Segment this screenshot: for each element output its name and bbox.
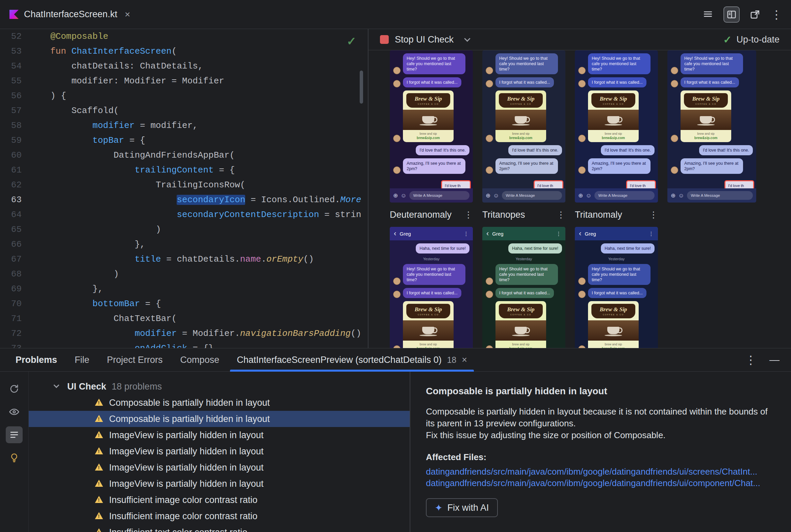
- code-text[interactable]: modifier: Modifier = Modifier: [22, 74, 224, 89]
- code-text[interactable]: },: [22, 282, 103, 297]
- emoji-icon[interactable]: ☺: [401, 193, 406, 198]
- chevron-down-icon[interactable]: [464, 35, 470, 41]
- message-input[interactable]: Write A Message: [687, 191, 753, 200]
- more-icon[interactable]: ⋮: [648, 231, 654, 237]
- message-input[interactable]: Write A Message: [409, 191, 470, 200]
- problem-row[interactable]: ImageView is partially hidden in layout: [29, 427, 410, 443]
- add-icon[interactable]: ⊕: [671, 193, 676, 198]
- problems-group-row[interactable]: UI Check18 problems: [29, 378, 410, 395]
- more-icon[interactable]: ⋮: [649, 210, 658, 220]
- preview-phone[interactable]: ‹Greg⋮Haha, next time for sure!Yesterday…: [575, 227, 658, 348]
- code-line: 60 DatingAndFriendsAppBar(: [0, 148, 368, 163]
- warning-icon: [95, 496, 103, 503]
- tab-problems[interactable]: Problems: [7, 348, 66, 371]
- back-icon[interactable]: ‹: [579, 230, 581, 237]
- refresh-icon[interactable]: [6, 380, 23, 397]
- code-text[interactable]: fun ChatInterfaceScreen(: [22, 44, 177, 59]
- code-line: 72 modifier = Modifier.navigationBarsPad…: [0, 326, 368, 341]
- close-tab-icon[interactable]: ×: [125, 9, 130, 20]
- tab-compose[interactable]: Compose: [171, 348, 228, 371]
- code-text[interactable]: trailingContent = {: [22, 163, 235, 177]
- open-in-window-icon[interactable]: [747, 6, 763, 23]
- preview-phone[interactable]: Hey! Should we go to that cafe you menti…: [667, 50, 756, 203]
- close-tab-icon[interactable]: ×: [462, 355, 467, 365]
- add-icon[interactable]: ⊕: [393, 193, 398, 198]
- code-text[interactable]: bottomBar = {: [22, 297, 161, 311]
- list-view-icon[interactable]: [6, 426, 23, 443]
- code-text[interactable]: DatingAndFriendsAppBar(: [22, 148, 235, 163]
- message-input[interactable]: Write A Message: [594, 191, 655, 200]
- inspections-ok-check-icon[interactable]: ✓: [347, 34, 357, 48]
- fix-with-ai-button[interactable]: ✦ Fix with AI: [426, 498, 498, 517]
- code-text[interactable]: ChatTextBar(: [22, 311, 177, 326]
- add-icon[interactable]: ⊕: [578, 193, 583, 198]
- code-text[interactable]: topBar = {: [22, 133, 145, 148]
- back-icon[interactable]: ‹: [486, 230, 489, 237]
- tab-file[interactable]: File: [66, 348, 98, 371]
- more-icon[interactable]: ⋮: [463, 231, 469, 237]
- preview-phone[interactable]: ‹Greg⋮Haha, next time for sure!Yesterday…: [390, 227, 473, 348]
- code-text[interactable]: secondaryContentDescription = strin: [22, 207, 362, 222]
- message-input[interactable]: Write A Message: [502, 191, 562, 200]
- problem-row[interactable]: Insufficient image color contrast ratio: [29, 508, 410, 524]
- code-text[interactable]: onAddClick = {}: [22, 341, 214, 348]
- tab-project-errors[interactable]: Project Errors: [98, 348, 171, 371]
- add-icon[interactable]: ⊕: [486, 193, 491, 198]
- code-text[interactable]: Scaffold(: [22, 103, 119, 118]
- preview-phone[interactable]: Hey! Should we go to that cafe you menti…: [575, 50, 658, 203]
- editor-scrollbar[interactable]: [360, 71, 363, 103]
- more-icon[interactable]: ⋮: [556, 231, 561, 237]
- problem-row[interactable]: ImageView is partially hidden in layout: [29, 476, 410, 492]
- code-text[interactable]: ) {: [22, 89, 66, 103]
- preview-phone[interactable]: Hey! Should we go to that cafe you menti…: [482, 50, 565, 203]
- more-icon[interactable]: ⋮: [557, 210, 565, 220]
- avatar: [393, 80, 401, 88]
- code-text[interactable]: @Composable: [22, 29, 108, 44]
- more-icon[interactable]: ⋮: [464, 210, 473, 220]
- code-text[interactable]: ): [22, 267, 119, 282]
- affected-file-link[interactable]: datingandfriends/src/main/java/com/ibm/g…: [426, 466, 777, 477]
- editor-tab-bar: ChatInterfaceScreen.kt × ⋮: [0, 0, 791, 29]
- stop-icon[interactable]: [380, 35, 389, 44]
- code-text[interactable]: title = chatDetails.name.orEmpty(): [22, 252, 314, 267]
- minimize-icon[interactable]: —: [769, 354, 779, 366]
- tab-chatinterfacescreen[interactable]: ChatInterfaceScreen.kt ×: [0, 0, 140, 29]
- code-line: 61 trailingContent = {: [0, 163, 368, 177]
- problem-row[interactable]: Insufficient image color contrast ratio: [29, 492, 410, 508]
- lightbulb-icon[interactable]: [6, 449, 23, 466]
- code-area[interactable]: 52@Composable53fun ChatInterfaceScreen(5…: [0, 29, 368, 348]
- code-token: trailingContent: [135, 165, 214, 175]
- stop-ui-check-button[interactable]: Stop UI Check: [395, 34, 454, 45]
- problem-row[interactable]: Insufficient text color contrast ratio: [29, 524, 410, 532]
- code-text[interactable]: chatDetails: ChatDetails,: [22, 59, 203, 74]
- code-text[interactable]: },: [22, 237, 145, 252]
- preview-phone[interactable]: Hey! Should we go to that cafe you menti…: [390, 50, 473, 203]
- emoji-icon[interactable]: ☺: [586, 193, 591, 198]
- tab-chatinterfacescreenpreview-sortedchatdetails-0-[interactable]: ChatInterfaceScreenPreview (sortedChatDe…: [228, 348, 476, 371]
- code-text[interactable]: modifier = Modifier.navigationBarsPaddin…: [22, 326, 362, 341]
- back-icon[interactable]: ‹: [394, 230, 396, 237]
- more-options-icon[interactable]: ⋮: [771, 9, 782, 20]
- code-text[interactable]: modifier = modifier,: [22, 118, 198, 133]
- problem-row[interactable]: Composable is partially hidden in layout: [29, 411, 410, 427]
- code-text[interactable]: ): [22, 222, 161, 237]
- preview-canvas[interactable]: Hey! Should we go to that cafe you menti…: [368, 50, 791, 348]
- code-text[interactable]: TrailingIconsRow(: [22, 177, 245, 192]
- emoji-icon[interactable]: ☺: [493, 193, 499, 198]
- problem-detail-fix-hint: Fix this issue by adjusting the size or …: [426, 430, 777, 441]
- preview-phone[interactable]: ‹Greg⋮Haha, next time for sure!Yesterday…: [482, 227, 565, 348]
- eye-icon[interactable]: [6, 403, 23, 420]
- code-token: = modifier,: [135, 120, 198, 131]
- message-input-bar: ⊕☺Write A Message: [667, 188, 756, 203]
- problem-row[interactable]: Composable is partially hidden in layout: [29, 395, 410, 411]
- problem-row[interactable]: ImageView is partially hidden in layout: [29, 443, 410, 459]
- chevron-down-icon[interactable]: [54, 382, 59, 388]
- more-options-icon[interactable]: ⋮: [745, 354, 757, 366]
- affected-file-link[interactable]: datingandfriends/src/main/java/com/ibm/g…: [426, 477, 777, 489]
- emoji-icon[interactable]: ☺: [678, 193, 684, 198]
- code-text[interactable]: secondaryIcon = Icons.Outlined.More: [22, 192, 362, 207]
- structure-lines-icon[interactable]: [700, 6, 716, 23]
- split-editor-icon[interactable]: [723, 6, 740, 23]
- code-editor[interactable]: 52@Composable53fun ChatInterfaceScreen(5…: [0, 29, 368, 348]
- problem-row[interactable]: ImageView is partially hidden in layout: [29, 459, 410, 476]
